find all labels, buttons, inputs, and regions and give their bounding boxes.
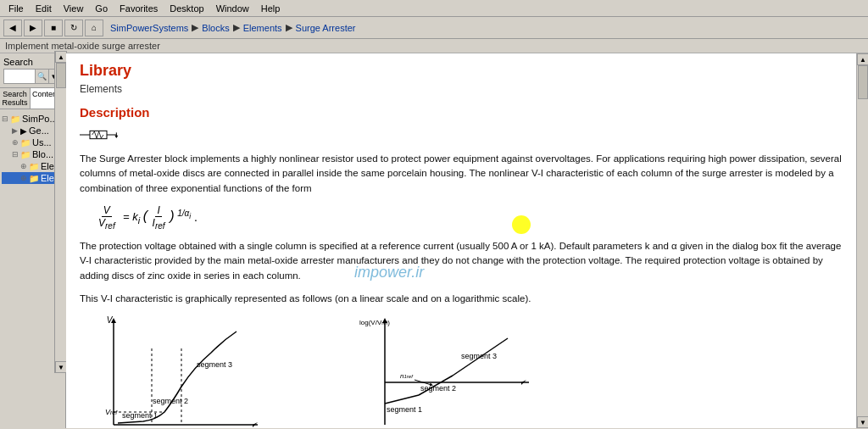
library-subtitle: Elements: [80, 83, 843, 95]
formula-dot: .: [194, 210, 198, 224]
content-area: impower.ir Library Elements Description …: [66, 53, 856, 428]
svg-text:segment 2: segment 2: [420, 384, 456, 393]
menu-window[interactable]: Window: [211, 2, 254, 15]
svg-text:segment 2: segment 2: [153, 397, 188, 405]
block-icon: [80, 125, 843, 145]
chart2-svg: log(V/Vref) log(I/Iref) n1ref: [351, 315, 537, 428]
tree-label-4: Blo...: [32, 149, 53, 159]
breadcrumb-simpowersystems[interactable]: SimPowerSystems: [110, 23, 188, 33]
scroll-up-right[interactable]: ▲: [857, 53, 868, 65]
breadcrumb-elements[interactable]: Elements: [243, 23, 282, 33]
address-bar: Implement metal-oxide surge arrester: [0, 39, 868, 53]
back-button[interactable]: ◀: [3, 20, 22, 36]
tree-label-3: Us...: [32, 137, 52, 148]
tab-search-results[interactable]: Search Results: [0, 88, 31, 109]
stop-button[interactable]: ■: [44, 20, 63, 36]
svg-marker-4: [114, 136, 118, 138]
chart2-container: log(V/Vref) log(I/Iref) n1ref: [351, 315, 537, 428]
menu-go[interactable]: Go: [90, 2, 113, 15]
toolbar: ◀ ▶ ■ ↻ ⌂ SimPowerSystems ▶ Blocks ▶ Ele…: [0, 17, 868, 39]
search-icon-button[interactable]: 🔍: [35, 70, 48, 83]
svg-text:segment 1: segment 1: [387, 405, 422, 414]
breadcrumb-surgearrester[interactable]: Surge Arrester: [296, 23, 356, 33]
expand-icon-4: ⊟: [12, 150, 19, 159]
right-scroll-track: [857, 65, 868, 416]
chart1-svg: V Vref α segment 1: [80, 315, 266, 428]
tree-label: SimPo...: [22, 114, 58, 124]
menu-desktop[interactable]: Desktop: [164, 2, 209, 15]
right-scrollbar: ▲ ▼: [856, 53, 868, 428]
breadcrumb-blocks[interactable]: Blocks: [202, 23, 229, 33]
refresh-button[interactable]: ↻: [64, 20, 83, 36]
svg-line-24: [385, 395, 419, 404]
breadcrumb: SimPowerSystems ▶ Blocks ▶ Elements ▶ Su…: [105, 22, 360, 33]
description-para1: The Surge Arrester block implements a hi…: [80, 152, 843, 196]
formula-fraction-I: I Iref: [151, 204, 167, 231]
search-label: Search: [3, 57, 62, 67]
menu-edit[interactable]: Edit: [31, 2, 57, 15]
svg-text:segment 1: segment 1: [122, 411, 158, 420]
search-input[interactable]: [4, 71, 35, 81]
tree-label-2: Ge...: [29, 125, 49, 136]
surge-arrester-symbol: [80, 125, 147, 145]
forward-button[interactable]: ▶: [24, 20, 42, 36]
menu-favorites[interactable]: Favorites: [114, 2, 163, 15]
svg-text:segment 3: segment 3: [461, 352, 497, 360]
scroll-down-button[interactable]: ▼: [55, 361, 67, 373]
left-scrollbar: ▲ ▼: [54, 51, 66, 373]
svg-text:segment 3: segment 3: [197, 360, 232, 369]
scrollbar-track: [55, 63, 66, 361]
menu-file[interactable]: File: [3, 2, 29, 15]
scrollbar-thumb[interactable]: [56, 63, 66, 88]
expand-icon: ⊟: [2, 114, 8, 123]
main-layout: Search 🔍 ▼ Search Results Contents ⊟ 📁 S…: [0, 53, 868, 428]
charts-row: V Vref α segment 1: [80, 315, 843, 428]
menubar: File Edit View Go Favorites Desktop Wind…: [0, 0, 868, 17]
formula-fraction-V: V Vref: [97, 204, 117, 231]
svg-text:Vref: Vref: [105, 408, 118, 416]
description-para3: This V-I characteristic is graphically r…: [80, 292, 843, 306]
address-text: Implement metal-oxide surge arrester: [5, 41, 160, 51]
svg-text:n1ref: n1ref: [400, 372, 414, 380]
expand-icon-5: ⊕: [20, 162, 27, 170]
home-button[interactable]: ⌂: [85, 20, 103, 36]
search-input-wrap: 🔍 ▼: [3, 69, 62, 84]
description-para2: The protection voltage obtained with a s…: [80, 239, 843, 283]
expand-icon-6: ⊕: [20, 174, 27, 182]
formula-display: V Vref = ki ( I Iref ) 1/αi: [97, 204, 191, 231]
chart1-container: V Vref α segment 1: [80, 315, 266, 428]
description-title: Description: [80, 105, 843, 120]
library-title: Library: [80, 62, 843, 80]
scroll-up-button[interactable]: ▲: [55, 51, 67, 63]
left-panel: Search 🔍 ▼ Search Results Contents ⊟ 📁 S…: [0, 53, 66, 428]
menu-help[interactable]: Help: [256, 2, 286, 15]
scroll-down-right[interactable]: ▼: [857, 416, 868, 428]
formula-box: V Vref = ki ( I Iref ) 1/αi .: [97, 204, 826, 231]
right-scroll-thumb[interactable]: [858, 65, 868, 99]
menu-view[interactable]: View: [58, 2, 89, 15]
expand-icon-3: ⊕: [12, 138, 19, 147]
expand-icon-2: ▶: [12, 126, 19, 135]
svg-text:V: V: [107, 315, 114, 325]
